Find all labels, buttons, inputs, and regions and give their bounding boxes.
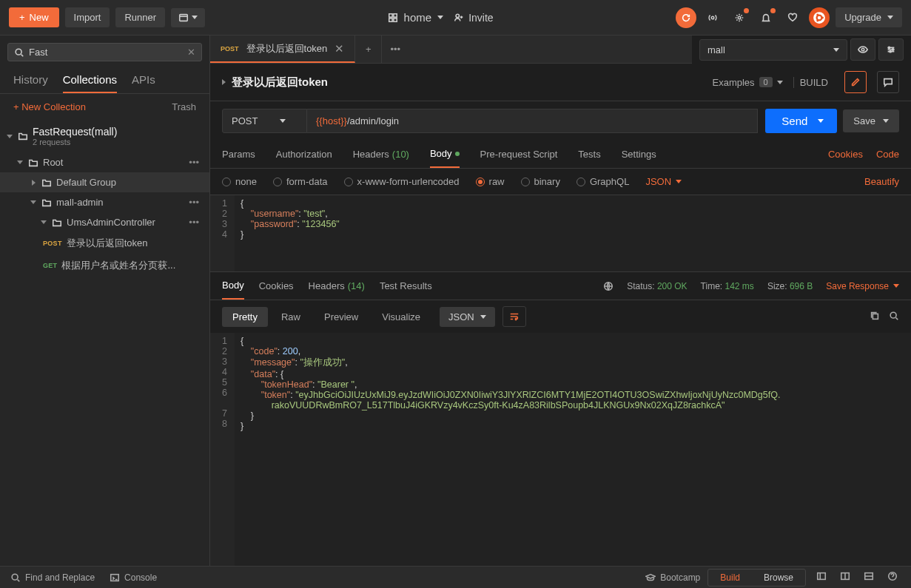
svg-rect-3 [389, 18, 391, 21]
response-mode-pretty[interactable]: Pretty [222, 307, 268, 327]
response-mode-preview[interactable]: Preview [314, 307, 369, 327]
method-selector[interactable]: POST [222, 109, 307, 133]
globe-icon[interactable] [603, 281, 614, 291]
collection-name: FastRequest(mall) [33, 126, 117, 138]
response-tab-headers[interactable]: Headers (14) [309, 273, 365, 299]
response-tab-body[interactable]: Body [222, 272, 244, 300]
subtab-settings[interactable]: Settings [622, 141, 656, 167]
invite-button[interactable]: Invite [454, 12, 493, 24]
tab-apis[interactable]: APIs [132, 73, 155, 93]
body-type-raw[interactable]: raw [476, 176, 505, 187]
workspace-selector[interactable]: home [388, 11, 444, 24]
environment-selector[interactable]: mall [699, 39, 847, 61]
capture-button[interactable] [702, 7, 723, 28]
subtab-headers[interactable]: Headers (10) [353, 141, 409, 167]
method-tag: GET [43, 262, 57, 269]
request-item-login[interactable]: POST 登录以后返回token [0, 232, 209, 254]
env-manage-button[interactable] [878, 38, 904, 61]
clear-search-icon[interactable]: ✕ [187, 47, 195, 58]
copy-button[interactable] [870, 311, 880, 323]
folder-controller[interactable]: UmsAdminController ••• [0, 212, 209, 232]
sidebar-search[interactable]: ✕ [7, 43, 202, 61]
console-button[interactable]: Console [110, 572, 157, 583]
request-body-editor[interactable]: 1 2 3 4 { "username": "test", "password"… [210, 195, 911, 272]
user-avatar[interactable] [809, 7, 830, 28]
subtab-tests[interactable]: Tests [578, 141, 600, 167]
chevron-down-icon [883, 119, 889, 123]
cookies-link[interactable]: Cookies [828, 149, 863, 160]
wrap-toggle[interactable] [502, 306, 526, 327]
response-mode-visualize[interactable]: Visualize [372, 307, 431, 327]
body-type-xwww[interactable]: x-www-form-urlencoded [344, 176, 460, 187]
build-link[interactable]: BUILD [793, 77, 834, 88]
code-link[interactable]: Code [876, 149, 899, 160]
folder-default-group[interactable]: Default Group [0, 172, 209, 192]
body-type-binary[interactable]: binary [521, 176, 560, 187]
more-icon[interactable]: ••• [184, 217, 204, 228]
request-tab[interactable]: POST 登录以后返回token ✕ [210, 36, 355, 63]
subtab-params[interactable]: Params [222, 141, 255, 167]
favorites-button[interactable] [782, 7, 803, 28]
response-body-editor[interactable]: 1 2 3 4 5 6 7 8 { "code": 200, "message"… [210, 333, 911, 566]
search-response-button[interactable] [889, 311, 899, 323]
svg-point-11 [816, 13, 818, 16]
response-type-selector[interactable]: JSON [440, 307, 495, 327]
env-quicklook-button[interactable] [850, 38, 875, 61]
add-tab-button[interactable]: + [355, 36, 382, 63]
notifications-button[interactable] [756, 7, 776, 28]
comment-button[interactable] [877, 71, 899, 93]
trash-link[interactable]: Trash [172, 101, 196, 112]
response-tab-cookies[interactable]: Cookies [259, 273, 294, 299]
tab-history[interactable]: History [13, 73, 48, 93]
tab-collections[interactable]: Collections [63, 73, 117, 93]
upgrade-button[interactable]: Upgrade [836, 7, 902, 27]
save-button[interactable]: Save [843, 109, 899, 132]
response-mode-raw[interactable]: Raw [271, 307, 311, 327]
build-browse-toggle[interactable]: Build Browse [707, 569, 806, 587]
folder-mall-admin[interactable]: mall-admin ••• [0, 192, 209, 212]
subtab-body[interactable]: Body [430, 141, 460, 168]
folder-icon [18, 131, 28, 141]
svg-point-20 [890, 312, 896, 318]
chevron-right-icon[interactable] [222, 79, 226, 85]
layout-sidebar-icon[interactable] [813, 571, 830, 584]
help-icon[interactable] [884, 571, 901, 584]
import-button[interactable]: Import [65, 7, 110, 27]
body-language-selector[interactable]: JSON [645, 176, 682, 187]
subtab-prerequest[interactable]: Pre-request Script [480, 141, 558, 167]
layout-pane-icon[interactable] [861, 571, 877, 584]
more-icon[interactable]: ••• [184, 197, 204, 208]
settings-button[interactable] [729, 7, 750, 28]
new-collection-link[interactable]: + New Collection [13, 101, 86, 112]
close-tab-icon[interactable]: ✕ [335, 42, 344, 55]
send-button[interactable]: Send [765, 109, 837, 133]
new-button[interactable]: + New [9, 7, 59, 27]
body-type-none[interactable]: none [222, 176, 257, 187]
response-tab-tests[interactable]: Test Results [380, 273, 432, 299]
subtab-authorization[interactable]: Authorization [276, 141, 332, 167]
collection-item[interactable]: FastRequest(mall) 2 requests [0, 120, 209, 152]
runner-button[interactable]: Runner [115, 7, 165, 27]
body-type-formdata[interactable]: form-data [273, 176, 328, 187]
more-icon[interactable]: ••• [184, 157, 204, 168]
body-type-graphql[interactable]: GraphQL [576, 176, 629, 187]
search-icon [889, 311, 899, 321]
edit-button[interactable] [844, 71, 867, 93]
save-response-button[interactable]: Save Response [826, 281, 899, 291]
layout-split-icon[interactable] [837, 571, 853, 584]
find-replace-button[interactable]: Find and Replace [10, 572, 95, 583]
tab-more-button[interactable]: ••• [382, 36, 409, 63]
beautify-link[interactable]: Beautify [864, 176, 899, 187]
toggle-browse[interactable]: Browse [752, 570, 805, 586]
url-input[interactable]: {{host}}/admin/login [307, 109, 758, 133]
toggle-build[interactable]: Build [708, 570, 752, 586]
examples-dropdown[interactable]: Examples 0 [713, 77, 783, 88]
sync-button[interactable] [676, 7, 696, 28]
open-new-dropdown[interactable] [171, 8, 205, 27]
svg-rect-0 [180, 14, 188, 21]
folder-root[interactable]: Root ••• [0, 152, 209, 172]
svg-point-15 [888, 47, 890, 48]
bootcamp-button[interactable]: Bootcamp [645, 572, 700, 583]
sidebar-search-input[interactable] [29, 47, 187, 58]
request-item-list[interactable]: GET 根据用户名或姓名分页获... [0, 254, 209, 277]
